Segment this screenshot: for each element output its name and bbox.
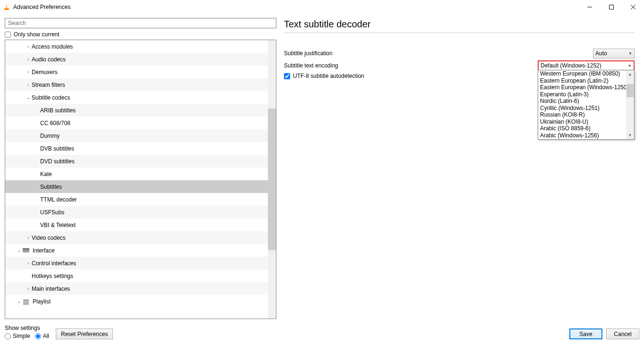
tree-item-label: DVB subtitles: [40, 145, 74, 152]
tree-item-label: Demuxers: [32, 69, 58, 76]
svg-rect-2: [6, 7, 8, 8]
chevron-right-icon[interactable]: ›: [25, 69, 32, 75]
tree-item[interactable]: ⌄Interface: [5, 244, 268, 257]
all-radio[interactable]: All: [35, 333, 49, 339]
chevron-right-icon[interactable]: ›: [25, 82, 32, 87]
dropdown-scroll-thumb[interactable]: [627, 84, 634, 97]
tree-item[interactable]: ›Stream filters: [5, 78, 268, 91]
svg-rect-3: [4, 8, 9, 10]
only-show-current-label: Only show current: [14, 31, 60, 38]
tree-scroll-thumb[interactable]: [268, 109, 276, 250]
tree-item-label: ARIB subtitles: [40, 107, 76, 114]
chevron-right-icon[interactable]: ›: [25, 57, 32, 62]
dropdown-option[interactable]: Nordic (Latin-6): [538, 98, 626, 105]
justification-combobox[interactable]: Auto ▼: [593, 49, 635, 59]
encoding-label: Subtitle text encoding: [284, 62, 338, 69]
show-settings-label: Show settings: [5, 325, 49, 331]
tree-item-label: Access modules: [32, 43, 73, 50]
utf8-label: UTF-8 subtitle autodetection: [293, 73, 364, 79]
minimize-button[interactable]: [579, 0, 601, 14]
scroll-down-button[interactable]: ▼: [626, 131, 634, 139]
tree-item-label: Playlist: [33, 298, 51, 305]
dropdown-option[interactable]: Russian (KOI8-R): [538, 111, 626, 118]
chevron-right-icon[interactable]: ›: [25, 235, 32, 240]
page-title: Text subtitle decoder: [284, 19, 635, 33]
maximize-button[interactable]: [601, 0, 622, 14]
tree-item[interactable]: VBI & Teletext: [5, 219, 268, 231]
titlebar: Advanced Preferences: [0, 0, 644, 14]
dropdown-option[interactable]: Eastern European (Windows-1250): [538, 84, 626, 91]
tree-item-label: Video codecs: [32, 235, 66, 241]
svg-rect-5: [610, 5, 614, 9]
simple-radio[interactable]: Simple: [5, 333, 30, 339]
divider: [284, 33, 635, 33]
chevron-down-icon[interactable]: ⌄: [16, 299, 22, 304]
tree-item[interactable]: ›Control interfaces: [5, 257, 268, 269]
tree-item[interactable]: DVD subtitles: [5, 155, 268, 168]
tree-item-label: DVD subtitles: [40, 158, 75, 165]
tree-item-label: VBI & Teletext: [40, 222, 76, 228]
chevron-down-icon[interactable]: ⌄: [16, 248, 22, 253]
dropdown-option[interactable]: Eastern European (Latin-2): [538, 77, 626, 84]
tree-item[interactable]: ARIB subtitles: [5, 104, 268, 117]
left-pane: Only show current ›Access modules›Audio …: [5, 18, 276, 319]
window-buttons: [579, 0, 644, 14]
chevron-down-icon[interactable]: ⌄: [25, 95, 32, 100]
tree-scrollbar[interactable]: [268, 40, 276, 319]
tree-item[interactable]: ›Demuxers: [5, 66, 268, 78]
close-button[interactable]: [622, 0, 644, 14]
svg-rect-11: [23, 302, 29, 303]
chevron-down-icon: ▼: [628, 64, 632, 68]
dropdown-option[interactable]: Cyrillic (Windows-1251): [538, 105, 626, 112]
search-input[interactable]: [5, 18, 276, 28]
cancel-button[interactable]: Cancel: [606, 328, 639, 339]
tree-item[interactable]: Hotkeys settings: [5, 269, 268, 282]
tree-item-label: Kate: [40, 171, 52, 177]
tree-item-label: Main interfaces: [32, 286, 70, 292]
dropdown-option[interactable]: Western European (IBM 00850): [538, 70, 626, 77]
chevron-right-icon[interactable]: ›: [25, 286, 32, 291]
tree-item-label: Audio codecs: [32, 56, 66, 63]
svg-marker-0: [6, 4, 8, 8]
footer: Show settings Simple All Reset Preferenc…: [0, 319, 644, 345]
tree-item[interactable]: TTML decoder: [5, 193, 268, 206]
dropdown-option[interactable]: Esperanto (Latin-3): [538, 91, 626, 98]
reset-preferences-button[interactable]: Reset Preferences: [56, 328, 113, 339]
tree-item[interactable]: ›Access modules: [5, 40, 268, 53]
tree-item-label: Subtitles: [40, 184, 62, 190]
tree-item[interactable]: ›Main interfaces: [5, 282, 268, 295]
dropdown-scrollbar[interactable]: ▲ ▼: [626, 70, 634, 139]
svg-rect-9: [23, 248, 29, 250]
svg-rect-12: [23, 303, 29, 304]
tree-item[interactable]: ⌄Playlist: [5, 295, 268, 308]
tree-item[interactable]: Dummy: [5, 129, 268, 142]
tree-item[interactable]: Kate: [5, 168, 268, 180]
chevron-right-icon[interactable]: ›: [25, 44, 32, 49]
tree-item-label: Stream filters: [32, 82, 65, 88]
tree-item-label: Control interfaces: [32, 260, 76, 267]
dropdown-option[interactable]: Arabic (Windows-1256): [538, 132, 626, 139]
encoding-combobox[interactable]: Default (Windows-1252) ▼: [538, 60, 635, 71]
chevron-right-icon[interactable]: ›: [25, 261, 32, 266]
dropdown-option[interactable]: Arabic (ISO 8859-6): [538, 125, 626, 132]
tree-item[interactable]: Subtitles: [5, 180, 268, 193]
window-title: Advanced Preferences: [13, 4, 70, 10]
encoding-dropdown-list[interactable]: Western European (IBM 00850)Eastern Euro…: [538, 70, 635, 140]
tree-item[interactable]: ⌄Subtitle codecs: [5, 91, 268, 104]
scroll-up-button[interactable]: ▲: [626, 70, 634, 78]
save-button[interactable]: Save: [569, 328, 602, 339]
only-show-current-checkbox[interactable]: Only show current: [5, 31, 276, 38]
tree-item[interactable]: USFSubs: [5, 206, 268, 219]
tree-item[interactable]: ›Audio codecs: [5, 53, 268, 66]
svg-rect-10: [23, 300, 29, 301]
playlist-icon: [22, 298, 30, 305]
tree-item-label: CC 608/708: [40, 120, 70, 126]
tree-item[interactable]: CC 608/708: [5, 117, 268, 129]
tree-item-label: Hotkeys settings: [32, 273, 73, 279]
dropdown-option[interactable]: Ukrainian (KOI8-U): [538, 118, 626, 126]
tree-item-label: TTML decoder: [40, 196, 77, 203]
tree-item[interactable]: ›Video codecs: [5, 231, 268, 244]
tree-item[interactable]: DVB subtitles: [5, 142, 268, 155]
tree-item-label: Interface: [33, 247, 55, 254]
svg-rect-1: [6, 5, 7, 6]
